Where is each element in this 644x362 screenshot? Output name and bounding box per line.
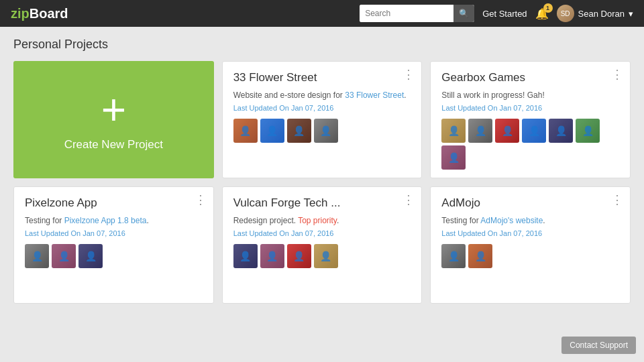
avatar-thumb: 👤 — [441, 145, 466, 170]
card-updated: Last Updated On Jan 07, 2016 — [233, 229, 411, 237]
avatar-thumb: 👤 — [260, 119, 284, 143]
priority-text: Top priority — [298, 216, 337, 225]
card-avatars: 👤 👤 👤 👤 — [233, 119, 411, 143]
avatar-thumb: 👤 — [260, 244, 284, 268]
avatar-thumb: 👤 — [233, 119, 258, 143]
card-avatars: 👤 👤 👤 👤 — [233, 244, 411, 268]
search-box: 🔍 — [360, 5, 474, 22]
avatar-thumb: 👤 — [495, 119, 519, 143]
avatar-thumb: 👤 — [468, 244, 492, 268]
avatar-image: SD — [557, 5, 574, 22]
card-title[interactable]: Pixelzone App — [25, 196, 192, 210]
card-description: Testing for Pixelzone App 1.8 beta. — [25, 215, 203, 227]
project-card-vulcan-forge-tech: ⋮ Vulcan Forge Tech ... Redesign project… — [222, 186, 423, 304]
card-updated: Last Updated On Jan 07, 2016 — [25, 229, 203, 237]
create-project-card[interactable]: + Create New Project — [13, 61, 214, 178]
user-menu[interactable]: SD Sean Doran ▾ — [557, 5, 633, 22]
card-link[interactable]: 33 Flower Street — [345, 90, 404, 100]
header-right: 🔍 Get Started 🔔 1 SD Sean Doran ▾ — [360, 5, 633, 22]
card-updated: Last Updated On Jan 07, 2016 — [441, 104, 619, 112]
chevron-down-icon: ▾ — [629, 9, 633, 19]
card-link[interactable]: Pixelzone App 1.8 beta — [64, 216, 147, 225]
page-title: Personal Projects — [13, 38, 631, 52]
avatar: SD — [557, 5, 574, 22]
card-menu-icon[interactable]: ⋮ — [195, 194, 207, 206]
card-avatars: 👤 👤 — [441, 244, 619, 268]
card-avatars: 👤 👤 👤 👤 👤 👤 👤 — [441, 119, 619, 170]
avatar-thumb: 👤 — [468, 119, 492, 143]
plus-icon: + — [101, 88, 126, 131]
project-card-pixelzone-app: ⋮ Pixelzone App Testing for Pixelzone Ap… — [13, 186, 214, 304]
project-card-admojo: ⋮ AdMojo Testing for AdMojo's website. L… — [430, 186, 631, 304]
get-started-button[interactable]: Get Started — [482, 9, 527, 19]
avatar-thumb: 👤 — [52, 244, 76, 268]
card-description: Still a work in progress! Gah! — [441, 90, 619, 101]
card-menu-icon[interactable]: ⋮ — [611, 194, 623, 206]
project-card-gearbox-games: ⋮ Gearbox Games Still a work in progress… — [430, 61, 631, 178]
avatar-thumb: 👤 — [441, 119, 466, 143]
card-avatars: 👤 👤 👤 — [25, 244, 203, 268]
avatar-thumb: 👤 — [78, 244, 103, 268]
avatar-thumb: 👤 — [233, 244, 258, 268]
avatar-thumb: 👤 — [287, 119, 311, 143]
card-updated: Last Updated On Jan 07, 2016 — [233, 104, 411, 112]
card-menu-icon[interactable]: ⋮ — [611, 68, 623, 80]
user-name-label: Sean Doran — [578, 9, 625, 19]
search-button[interactable]: 🔍 — [453, 5, 474, 22]
project-card-33-flower-street: ⋮ 33 Flower Street Website and e-store d… — [222, 61, 423, 178]
avatar-thumb: 👤 — [549, 119, 573, 143]
card-description: Website and e-store design for 33 Flower… — [233, 90, 411, 101]
main-content: Personal Projects + Create New Project ⋮… — [0, 27, 644, 314]
avatar-thumb: 👤 — [25, 244, 49, 268]
projects-grid: + Create New Project ⋮ 33 Flower Street … — [13, 61, 631, 304]
card-link[interactable]: AdMojo's website — [480, 216, 543, 225]
avatar-thumb: 👤 — [314, 244, 338, 268]
logo-board: Board — [30, 6, 68, 21]
avatar-thumb: 👤 — [441, 244, 466, 268]
search-input[interactable] — [360, 5, 453, 22]
card-updated: Last Updated On Jan 07, 2016 — [441, 229, 619, 237]
avatar-thumb: 👤 — [314, 119, 338, 143]
logo-zip: zip — [11, 6, 30, 21]
card-title[interactable]: Vulcan Forge Tech ... — [233, 196, 400, 210]
notification-badge: 1 — [543, 3, 553, 13]
logo[interactable]: zipBoard — [11, 6, 68, 21]
contact-support-button[interactable]: Contact Support — [561, 337, 636, 354]
card-title[interactable]: 33 Flower Street — [233, 71, 400, 84]
card-description: Testing for AdMojo's website. — [441, 215, 619, 227]
card-description: Redesign project. Top priority. — [233, 215, 411, 227]
notification-bell[interactable]: 🔔 1 — [535, 7, 549, 20]
avatar-thumb: 👤 — [287, 244, 311, 268]
card-menu-icon[interactable]: ⋮ — [402, 194, 415, 206]
avatar-thumb: 👤 — [522, 119, 546, 143]
avatar-thumb: 👤 — [576, 119, 600, 143]
create-project-label: Create New Project — [64, 138, 163, 152]
card-title[interactable]: Gearbox Games — [441, 71, 608, 84]
card-menu-icon[interactable]: ⋮ — [402, 68, 415, 80]
card-title[interactable]: AdMojo — [441, 196, 608, 210]
main-header: zipBoard 🔍 Get Started 🔔 1 SD Sean Doran… — [0, 0, 644, 27]
